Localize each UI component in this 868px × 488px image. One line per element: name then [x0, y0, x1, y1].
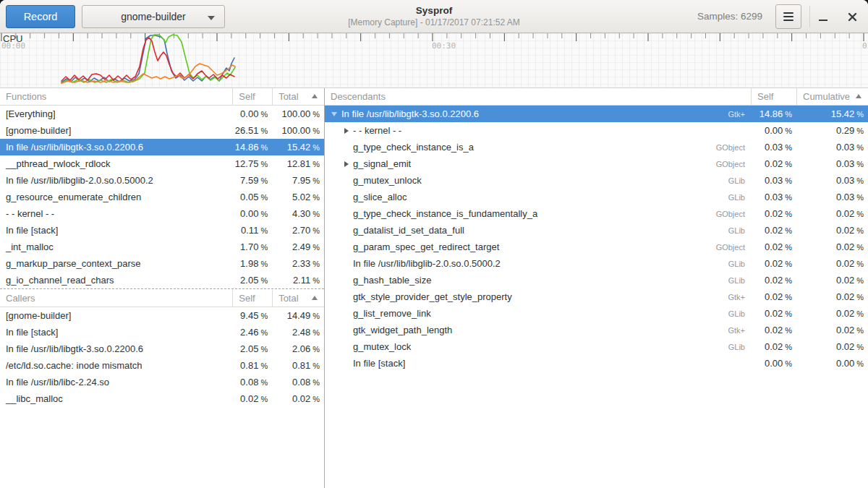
caller-row-self-value: 0.02 [240, 393, 258, 404]
descendant-cumulative: 0.00% [796, 355, 868, 372]
percent-sign: % [856, 260, 864, 268]
functions-self-column-header[interactable]: Self [232, 88, 272, 105]
caller-row-self: 2.05% [232, 341, 272, 357]
function-row[interactable]: g_resource_enumerate_children0.05%5.02% [0, 189, 324, 205]
descendant-row[interactable]: In file /usr/lib/libglib-2.0.so.0.5000.2… [325, 255, 868, 272]
descendants-self-column-header[interactable]: Self [751, 88, 796, 105]
descendant-row[interactable]: g_type_check_instance_is_aGObject0.03%0.… [325, 139, 868, 155]
descendant-row[interactable]: gtk_widget_path_lengthGtk+0.02%0.02% [325, 322, 868, 338]
caller-row-self-value: 2.46 [240, 327, 258, 338]
descendant-row[interactable]: g_mutex_unlockGLib0.03%0.03% [325, 172, 868, 189]
caller-row-self-value: 9.45 [240, 310, 258, 321]
target-select[interactable]: gnome-builder [82, 5, 225, 28]
descendant-cumulative: 0.02% [796, 205, 868, 222]
caller-row[interactable]: [gnome-builder]9.45%14.49% [0, 307, 324, 324]
caller-row[interactable]: In file /usr/lib/libc-2.24.so0.08%0.08% [0, 374, 324, 390]
descendant-row[interactable]: g_datalist_id_set_data_fullGLib0.02%0.02… [325, 222, 868, 239]
function-row[interactable]: - - kernel - -0.00%4.30% [0, 205, 324, 222]
cpu-graph[interactable]: CPU 00:00 00:30 01:00 [0, 33, 868, 88]
descendant-row[interactable]: g_list_remove_linkGLib0.02%0.02% [325, 305, 868, 322]
caller-row-name: In file [stack] [0, 324, 232, 341]
function-row-total-value: 7.95 [292, 175, 310, 186]
caller-row-total: 0.81% [272, 357, 324, 374]
function-row-name: g_io_channel_read_chars [0, 272, 232, 288]
function-row[interactable]: In file /usr/lib/libglib-2.0.so.0.5000.2… [0, 172, 324, 189]
descendant-cumulative-value: 0.02 [836, 341, 854, 352]
expander-open-icon[interactable] [331, 112, 337, 116]
descendant-row[interactable]: g_type_check_instance_is_fundamentally_a… [325, 205, 868, 222]
function-row-self-value: 0.00 [240, 208, 258, 219]
descendant-row[interactable]: In file /usr/lib/libgtk-3.so.0.2200.6Gtk… [325, 106, 868, 122]
functions-total-column-header[interactable]: Total [272, 88, 324, 105]
menu-button[interactable] [775, 4, 801, 29]
percent-sign: % [856, 160, 864, 168]
percent-sign: % [785, 276, 792, 285]
function-row-self-value: 0.00 [240, 108, 258, 119]
percent-sign: % [260, 210, 268, 218]
expander-closed-icon[interactable] [344, 161, 349, 167]
descendant-row[interactable]: g_signal_emitGObject0.02%0.03% [325, 155, 868, 172]
caller-row-total: 2.48% [272, 324, 324, 341]
functions-column-header[interactable]: Functions [0, 88, 232, 105]
function-row-name: [gnome-builder] [0, 122, 232, 139]
percent-sign: % [312, 143, 320, 152]
function-row-total-value: 5.02 [292, 192, 310, 202]
descendant-self: 0.02% [751, 222, 796, 239]
caller-row-total-value: 0.81 [292, 360, 310, 371]
caller-row[interactable]: In file [stack]2.46%2.48% [0, 324, 324, 341]
descendant-row[interactable]: g_hash_table_sizeGLib0.02%0.02% [325, 272, 868, 288]
percent-sign: % [312, 361, 320, 370]
caller-row[interactable]: /etc/ld.so.cache: inode mismatch0.81%0.8… [0, 357, 324, 374]
descendant-self: 14.86% [751, 106, 796, 122]
function-row[interactable]: In file /usr/lib/libgtk-3.so.0.2200.614.… [0, 139, 324, 155]
function-row[interactable]: g_io_channel_read_chars2.05%2.11% [0, 272, 324, 288]
function-row[interactable]: __pthread_rwlock_rdlock12.75%12.81% [0, 155, 324, 172]
function-row[interactable]: _int_malloc1.70%2.49% [0, 239, 324, 255]
descendant-name-cell: gtk_style_provider_get_style_propertyGtk… [325, 288, 751, 305]
descendants-column-header[interactable]: Descendants [325, 88, 751, 105]
percent-sign: % [312, 210, 320, 218]
record-button[interactable]: Record [6, 5, 75, 28]
function-row-total: 2.49% [272, 239, 324, 255]
callers-total-column-header[interactable]: Total [272, 290, 324, 307]
function-row[interactable]: g_markup_parse_context_parse1.98%2.33% [0, 255, 324, 272]
library-tag: GLib [728, 343, 751, 351]
expander-closed-icon[interactable] [344, 128, 349, 134]
function-row-total-value: 100.00 [281, 125, 310, 136]
descendant-row[interactable]: g_param_spec_get_redirect_targetGObject0… [325, 239, 868, 255]
caller-row-name: In file /usr/lib/libc-2.24.so [0, 374, 232, 390]
descendant-row[interactable]: g_mutex_lockGLib0.02%0.02% [325, 338, 868, 355]
descendant-row[interactable]: In file [stack]0.00%0.00% [325, 355, 868, 372]
caller-row[interactable]: __libc_malloc0.02%0.02% [0, 390, 324, 407]
function-row-self: 0.05% [232, 189, 272, 205]
function-row[interactable]: [Everything]0.00%100.00% [0, 106, 324, 122]
minimize-button[interactable] [813, 7, 833, 27]
sort-ascending-icon [856, 94, 861, 98]
descendant-row[interactable]: - - kernel - -0.00%0.29% [325, 122, 868, 139]
library-tag: GObject [716, 243, 751, 252]
close-button[interactable] [842, 7, 862, 27]
function-row-self: 0.11% [232, 222, 272, 239]
functions-list: [Everything]0.00%100.00%[gnome-builder]2… [0, 106, 324, 288]
function-row-name: - - kernel - - [0, 205, 232, 222]
descendant-name-cell: g_mutex_unlockGLib [325, 172, 751, 189]
descendants-cumulative-column-header[interactable]: Cumulative [796, 88, 868, 105]
percent-sign: % [785, 193, 792, 202]
callers-column-header[interactable]: Callers [0, 290, 232, 307]
function-row-self: 7.59% [232, 172, 272, 189]
function-row[interactable]: [gnome-builder]26.51%100.00% [0, 122, 324, 139]
percent-sign: % [785, 160, 792, 168]
descendant-name: gtk_widget_path_length [353, 325, 452, 335]
caller-row-total: 0.08% [272, 374, 324, 390]
descendant-cumulative: 0.03% [796, 172, 868, 189]
caller-row[interactable]: In file /usr/lib/libgtk-3.so.0.2200.62.0… [0, 341, 324, 357]
percent-sign: % [312, 312, 320, 320]
descendant-row[interactable]: g_slice_allocGLib0.03%0.03% [325, 189, 868, 205]
caller-row-total-value: 14.49 [287, 310, 311, 321]
descendant-row[interactable]: gtk_style_provider_get_style_propertyGtk… [325, 288, 868, 305]
samples-count: Samples: 6299 [697, 0, 762, 33]
callers-self-column-header[interactable]: Self [232, 290, 272, 307]
function-row-name: __pthread_rwlock_rdlock [0, 155, 232, 172]
function-row-self-value: 14.86 [235, 142, 259, 153]
function-row[interactable]: In file [stack]0.11%2.70% [0, 222, 324, 239]
